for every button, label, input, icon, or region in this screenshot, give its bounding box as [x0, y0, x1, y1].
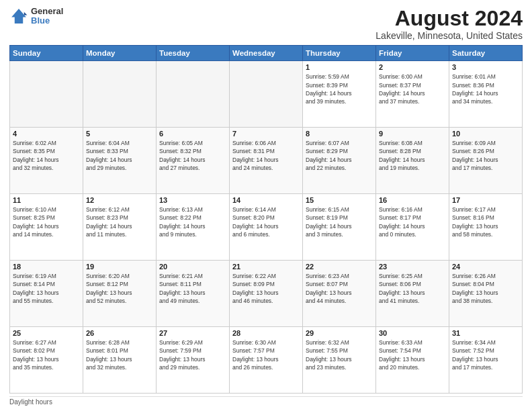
- day-detail: Sunrise: 6:16 AM Sunset: 8:17 PM Dayligh…: [379, 205, 446, 238]
- day-number: 23: [379, 263, 446, 271]
- table-row: 7Sunrise: 6:06 AM Sunset: 8:31 PM Daylig…: [230, 128, 303, 194]
- header: General Blue August 2024 Lakeville, Minn…: [9, 7, 523, 41]
- table-row: 19Sunrise: 6:20 AM Sunset: 8:12 PM Dayli…: [83, 261, 157, 327]
- day-number: 11: [13, 196, 80, 204]
- day-number: 12: [86, 196, 153, 204]
- table-row: 29Sunrise: 6:32 AM Sunset: 7:55 PM Dayli…: [303, 327, 376, 394]
- days-of-week-row: SundayMondayTuesdayWednesdayThursdayFrid…: [10, 46, 523, 61]
- day-number: 7: [232, 130, 300, 138]
- day-number: 19: [86, 263, 153, 271]
- day-detail: Sunrise: 6:13 AM Sunset: 8:22 PM Dayligh…: [159, 205, 226, 238]
- table-row: 9Sunrise: 6:08 AM Sunset: 8:28 PM Daylig…: [376, 128, 449, 194]
- page: General Blue August 2024 Lakeville, Minn…: [0, 0, 532, 411]
- day-detail: Sunrise: 6:23 AM Sunset: 8:07 PM Dayligh…: [306, 272, 373, 305]
- day-detail: Sunrise: 6:33 AM Sunset: 7:54 PM Dayligh…: [379, 338, 446, 371]
- day-detail: Sunrise: 6:34 AM Sunset: 7:52 PM Dayligh…: [452, 338, 519, 371]
- day-of-week-header: Saturday: [449, 46, 523, 61]
- day-number: 9: [379, 130, 446, 138]
- day-of-week-header: Wednesday: [230, 46, 303, 61]
- table-row: 26Sunrise: 6:28 AM Sunset: 8:01 PM Dayli…: [83, 327, 157, 394]
- day-detail: Sunrise: 6:06 AM Sunset: 8:31 PM Dayligh…: [232, 139, 300, 172]
- day-detail: Sunrise: 6:10 AM Sunset: 8:25 PM Dayligh…: [13, 205, 80, 238]
- table-row: 1Sunrise: 5:59 AM Sunset: 8:39 PM Daylig…: [303, 61, 376, 128]
- day-detail: Sunrise: 6:27 AM Sunset: 8:02 PM Dayligh…: [13, 338, 80, 371]
- day-number: 27: [159, 329, 226, 337]
- calendar-table: SundayMondayTuesdayWednesdayThursdayFrid…: [9, 45, 523, 394]
- table-row: 13Sunrise: 6:13 AM Sunset: 8:22 PM Dayli…: [157, 194, 230, 261]
- table-row: 16Sunrise: 6:16 AM Sunset: 8:17 PM Dayli…: [376, 194, 449, 261]
- day-number: 30: [379, 329, 446, 337]
- table-row: [10, 61, 83, 128]
- calendar-week-row: 18Sunrise: 6:19 AM Sunset: 8:14 PM Dayli…: [10, 261, 523, 327]
- day-number: 5: [86, 130, 153, 138]
- day-detail: Sunrise: 6:07 AM Sunset: 8:29 PM Dayligh…: [306, 139, 373, 172]
- calendar-week-row: 4Sunrise: 6:02 AM Sunset: 8:35 PM Daylig…: [10, 128, 523, 194]
- day-number: 31: [452, 329, 519, 337]
- table-row: 23Sunrise: 6:25 AM Sunset: 8:06 PM Dayli…: [376, 261, 449, 327]
- day-detail: Sunrise: 6:29 AM Sunset: 7:59 PM Dayligh…: [159, 338, 226, 371]
- day-detail: Sunrise: 5:59 AM Sunset: 8:39 PM Dayligh…: [306, 73, 373, 105]
- calendar-week-row: 25Sunrise: 6:27 AM Sunset: 8:02 PM Dayli…: [10, 327, 523, 394]
- calendar-week-row: 1Sunrise: 5:59 AM Sunset: 8:39 PM Daylig…: [10, 61, 523, 128]
- day-number: 29: [306, 329, 373, 337]
- day-number: 14: [232, 196, 300, 204]
- day-detail: Sunrise: 6:17 AM Sunset: 8:16 PM Dayligh…: [452, 205, 519, 238]
- page-title: August 2024: [375, 7, 523, 30]
- footer: Daylight hours: [9, 396, 523, 406]
- day-number: 6: [159, 130, 226, 138]
- logo-text: General Blue: [31, 7, 63, 26]
- day-of-week-header: Thursday: [303, 46, 376, 61]
- table-row: 10Sunrise: 6:09 AM Sunset: 8:26 PM Dayli…: [449, 128, 523, 194]
- day-number: 15: [306, 196, 373, 204]
- day-detail: Sunrise: 6:32 AM Sunset: 7:55 PM Dayligh…: [306, 338, 373, 371]
- day-of-week-header: Sunday: [10, 46, 83, 61]
- day-detail: Sunrise: 6:14 AM Sunset: 8:20 PM Dayligh…: [232, 205, 300, 238]
- svg-marker-0: [11, 9, 26, 24]
- day-detail: Sunrise: 6:00 AM Sunset: 8:37 PM Dayligh…: [379, 73, 446, 105]
- table-row: 31Sunrise: 6:34 AM Sunset: 7:52 PM Dayli…: [449, 327, 523, 394]
- table-row: 20Sunrise: 6:21 AM Sunset: 8:11 PM Dayli…: [157, 261, 230, 327]
- day-detail: Sunrise: 6:15 AM Sunset: 8:19 PM Dayligh…: [306, 205, 373, 238]
- day-number: 8: [306, 130, 373, 138]
- day-number: 20: [159, 263, 226, 271]
- day-of-week-header: Tuesday: [157, 46, 230, 61]
- table-row: [157, 61, 230, 128]
- day-number: 2: [379, 63, 446, 71]
- table-row: 25Sunrise: 6:27 AM Sunset: 8:02 PM Dayli…: [10, 327, 83, 394]
- day-detail: Sunrise: 6:19 AM Sunset: 8:14 PM Dayligh…: [13, 272, 80, 305]
- day-number: 10: [452, 130, 519, 138]
- table-row: 4Sunrise: 6:02 AM Sunset: 8:35 PM Daylig…: [10, 128, 83, 194]
- day-number: 16: [379, 196, 446, 204]
- title-block: August 2024 Lakeville, Minnesota, United…: [375, 7, 523, 41]
- day-detail: Sunrise: 6:22 AM Sunset: 8:09 PM Dayligh…: [232, 272, 300, 305]
- table-row: 22Sunrise: 6:23 AM Sunset: 8:07 PM Dayli…: [303, 261, 376, 327]
- calendar-week-row: 11Sunrise: 6:10 AM Sunset: 8:25 PM Dayli…: [10, 194, 523, 261]
- day-number: 3: [452, 63, 519, 71]
- logo-icon: [9, 7, 28, 26]
- logo: General Blue: [9, 7, 63, 26]
- table-row: [230, 61, 303, 128]
- day-of-week-header: Monday: [83, 46, 157, 61]
- table-row: 24Sunrise: 6:26 AM Sunset: 8:04 PM Dayli…: [449, 261, 523, 327]
- calendar-body: 1Sunrise: 5:59 AM Sunset: 8:39 PM Daylig…: [10, 61, 523, 394]
- day-number: 1: [306, 63, 373, 71]
- day-number: 13: [159, 196, 226, 204]
- daylight-label: Daylight hours: [9, 398, 52, 406]
- day-detail: Sunrise: 6:21 AM Sunset: 8:11 PM Dayligh…: [159, 272, 226, 305]
- table-row: 2Sunrise: 6:00 AM Sunset: 8:37 PM Daylig…: [376, 61, 449, 128]
- day-of-week-header: Friday: [376, 46, 449, 61]
- table-row: 14Sunrise: 6:14 AM Sunset: 8:20 PM Dayli…: [230, 194, 303, 261]
- day-detail: Sunrise: 6:12 AM Sunset: 8:23 PM Dayligh…: [86, 205, 153, 238]
- day-detail: Sunrise: 6:28 AM Sunset: 8:01 PM Dayligh…: [86, 338, 153, 371]
- day-detail: Sunrise: 6:08 AM Sunset: 8:28 PM Dayligh…: [379, 139, 446, 172]
- table-row: 21Sunrise: 6:22 AM Sunset: 8:09 PM Dayli…: [230, 261, 303, 327]
- day-number: 24: [452, 263, 519, 271]
- logo-line2: Blue: [31, 16, 63, 26]
- table-row: 11Sunrise: 6:10 AM Sunset: 8:25 PM Dayli…: [10, 194, 83, 261]
- table-row: 28Sunrise: 6:30 AM Sunset: 7:57 PM Dayli…: [230, 327, 303, 394]
- day-number: 26: [86, 329, 153, 337]
- table-row: 6Sunrise: 6:05 AM Sunset: 8:32 PM Daylig…: [157, 128, 230, 194]
- day-detail: Sunrise: 6:04 AM Sunset: 8:33 PM Dayligh…: [86, 139, 153, 172]
- day-number: 22: [306, 263, 373, 271]
- table-row: 30Sunrise: 6:33 AM Sunset: 7:54 PM Dayli…: [376, 327, 449, 394]
